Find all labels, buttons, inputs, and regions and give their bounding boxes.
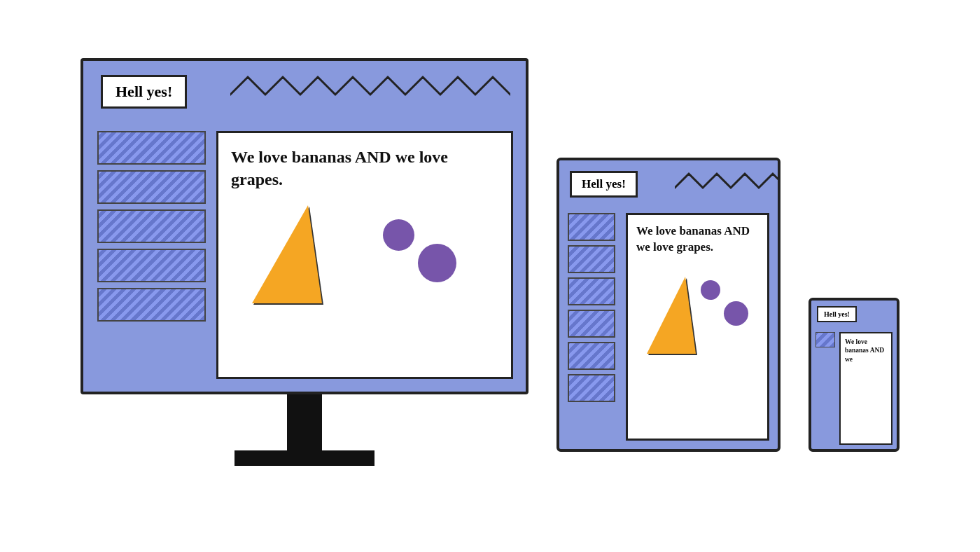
monitor-stripe-5 <box>97 288 206 322</box>
tablet-hell-yes-button[interactable]: Hell yes! <box>570 171 638 198</box>
tablet-content-box: We love bananas AND we love grapes. <box>626 213 769 441</box>
tablet-sidebar-stripes <box>568 213 615 402</box>
phone-hell-yes-button[interactable]: Hell yes! <box>817 306 857 322</box>
desktop-monitor-wrapper: Hell yes! We love bananas AND we love gr… <box>80 58 528 466</box>
monitor-stripe-2 <box>97 170 206 204</box>
tablet-stripe-4 <box>568 310 615 338</box>
monitor-stripe-3 <box>97 209 206 243</box>
monitor-triangle-icon <box>252 205 322 303</box>
monitor-circle-small-icon <box>383 219 414 251</box>
monitor-circle-large-icon <box>418 244 456 282</box>
monitor-stripe-4 <box>97 249 206 282</box>
monitor-stand <box>287 394 322 450</box>
tablet-stripe-2 <box>568 245 615 273</box>
tablet-triangle-icon <box>647 277 696 354</box>
tablet-graphics <box>636 263 759 354</box>
monitor-stripe-1 <box>97 131 206 165</box>
phone-sidebar-stripes <box>816 332 835 347</box>
monitor-base <box>234 450 374 466</box>
tablet-stripe-1 <box>568 213 615 241</box>
phone-device: Hell yes! We love bananas AND we <box>808 298 899 452</box>
tablet-content-text: We love bananas AND we love grapes. <box>636 223 759 256</box>
tablet-stripe-5 <box>568 342 615 370</box>
tablet-device: Hell yes! We love bananas AND we love gr… <box>556 158 780 452</box>
tablet-circle-small-icon <box>701 280 720 300</box>
monitor-content-box: We love bananas AND we love grapes. <box>216 131 513 379</box>
monitor-graphics <box>231 198 498 303</box>
tablet-circle-large-icon <box>724 301 748 326</box>
phone-content-text: We love bananas AND we <box>845 338 887 364</box>
monitor-zigzag-icon <box>230 74 510 109</box>
tablet-stripe-6 <box>568 374 615 402</box>
monitor-hell-yes-button[interactable]: Hell yes! <box>101 75 187 109</box>
monitor-content-text: We love bananas AND we love grapes. <box>231 146 498 191</box>
tablet-zigzag-icon <box>675 170 780 198</box>
tablet-stripe-3 <box>568 277 615 305</box>
monitor-screen: Hell yes! We love bananas AND we love gr… <box>80 58 528 394</box>
phone-stripe-1 <box>816 332 835 347</box>
monitor-sidebar-stripes <box>97 131 206 322</box>
scene: Hell yes! We love bananas AND we love gr… <box>80 58 899 494</box>
phone-content-box: We love bananas AND we <box>839 332 892 445</box>
